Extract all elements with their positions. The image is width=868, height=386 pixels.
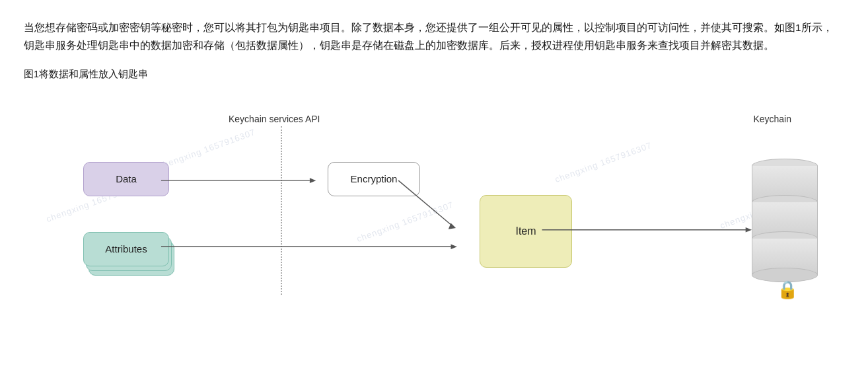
data-box: Data (83, 162, 169, 196)
watermark-2: chengxing 1657916307 (157, 125, 258, 174)
arrows-svg (24, 102, 844, 307)
caption-text: 图1将数据和属性放入钥匙串 (24, 69, 148, 79)
paragraph-text: 当您想存储密码或加密密钥等秘密时，您可以将其打包为钥匙串项目。除了数据本身，您还… (24, 22, 833, 51)
dotted-line (281, 126, 282, 295)
encryption-box: Encryption (328, 162, 420, 196)
svg-marker-7 (746, 227, 752, 233)
keychain-label: Keychain (753, 112, 791, 128)
svg-marker-5 (451, 244, 457, 249)
item-box: Item (480, 195, 572, 268)
figure-caption: 图1将数据和属性放入钥匙串 (24, 66, 844, 83)
watermark-4: chengxing 1657916307 (553, 138, 654, 187)
text-block: 当您想存储密码或加密密钥等秘密时，您可以将其打包为钥匙串项目。除了数据本身，您还… (24, 19, 843, 54)
diagram-area: chengxing 1657916307 chengxing 165791630… (24, 102, 844, 307)
database-cylinder: 🔒 (752, 159, 818, 304)
svg-marker-1 (310, 178, 316, 183)
lock-icon: 🔒 (777, 275, 798, 304)
svg-marker-3 (449, 223, 456, 229)
attrs-box: Attributes (83, 232, 169, 266)
api-label: Keychain services API (229, 112, 320, 128)
watermark-3: chengxing 1657916307 (355, 198, 456, 247)
